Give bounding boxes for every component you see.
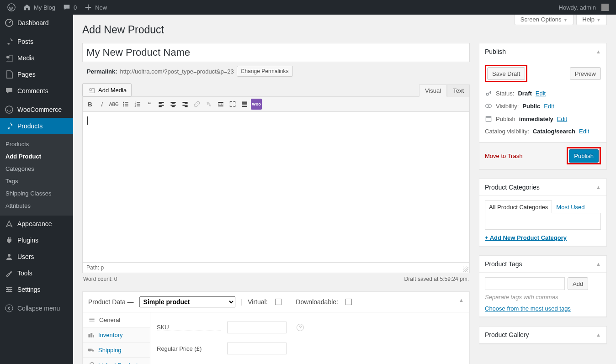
sidebar-item-users[interactable]: Users [0,248,73,265]
path-value: p [101,264,104,271]
sidebar-item-woocommerce[interactable]: WooCommerce [0,101,73,118]
editor-tab-text[interactable]: Text [447,84,470,97]
submenu-item-attributes[interactable]: Attributes [0,200,73,212]
italic-button[interactable]: I [96,99,107,110]
draft-saved-text: Draft saved at 5:59:24 pm. [404,276,469,282]
sidebar-item-media[interactable]: Media [0,50,73,66]
postbox-toggle[interactable]: ▲ [459,297,464,303]
postbox-toggle[interactable]: ▲ [596,185,601,190]
adminbar-site-name[interactable]: My Blog [19,0,59,15]
sidebar-item-comments[interactable]: Comments [0,83,73,99]
sidebar-collapse[interactable]: Collapse menu [0,300,73,317]
permalink-row: Permalink: http://uoltra.com/?post_type=… [82,62,470,80]
product-type-select[interactable]: Simple product [139,296,235,307]
permalink-url: http://uoltra.com/?post_type=product&p=2… [120,68,234,75]
visibility-edit-link[interactable]: Edit [544,103,554,110]
sidebar-item-tools[interactable]: Tools [0,265,73,281]
adminbar-comments[interactable]: 0 [59,0,80,15]
postbox-toggle[interactable]: ▲ [596,261,601,267]
submenu-item-add-product[interactable]: Add Product [0,150,73,163]
sidebar-label: Appearance [17,220,52,227]
main-content: Screen Options▼ Help▼ Add New Product Pe… [73,15,616,364]
help-icon[interactable]: ? [297,324,304,331]
screen-options-tab[interactable]: Screen Options▼ [515,15,574,25]
align-right-button[interactable] [180,99,191,110]
woo-shortcode-button[interactable]: Woo [251,99,262,110]
regular-price-input[interactable] [227,343,287,354]
product-tags-title: Product Tags [485,260,522,268]
sidebar-item-pages[interactable]: Pages [0,66,73,83]
sidebar-item-plugins[interactable]: Plugins [0,232,73,248]
change-permalinks-button[interactable]: Change Permalinks [237,66,293,77]
publish-button[interactable]: Publish [569,149,599,162]
submenu-item-products[interactable]: Products [0,138,73,150]
sidebar-label: Tools [17,269,32,277]
ol-button[interactable]: 123 [132,99,143,110]
pd-tab-inventory[interactable]: Inventory [83,327,150,343]
help-tab[interactable]: Help▼ [576,15,607,25]
editor-tab-visual[interactable]: Visual [419,84,447,97]
word-count: Word count: 0 [83,276,117,282]
catalog-visibility-edit-link[interactable]: Edit [579,128,589,135]
save-draft-highlight: Save Draft [485,65,527,82]
align-left-button[interactable] [156,99,167,110]
fullscreen-button[interactable] [227,99,238,110]
sidebar-item-posts[interactable]: Posts [0,33,73,50]
strike-button[interactable]: ABC [108,99,119,110]
product-gallery-title: Product Gallery [485,331,529,338]
editor-toolbar: B I ABC 123 “ Woo [82,96,470,112]
adminbar-new[interactable]: New [80,0,111,15]
pd-tab-general[interactable]: General [83,312,150,327]
pd-tab-shipping[interactable]: Shipping [83,343,150,358]
media-icon [87,86,96,94]
toolbar-toggle-button[interactable] [239,99,250,110]
sku-input[interactable] [227,322,287,333]
cat-checklist[interactable] [485,213,601,230]
publish-highlight: Publish [567,147,601,164]
ul-button[interactable] [120,99,131,110]
admin-bar: My Blog 0 New Howdy, admin [0,0,616,15]
preview-button[interactable]: Preview [570,67,601,80]
submenu-item-shipping-classes[interactable]: Shipping Classes [0,187,73,200]
adminbar-account[interactable]: Howdy, admin [555,0,612,15]
more-button[interactable] [215,99,226,110]
sidebar-item-settings[interactable]: Settings [0,281,73,298]
save-draft-button[interactable]: Save Draft [487,67,525,80]
align-center-button[interactable] [168,99,179,110]
sidebar-item-appearance[interactable]: Appearance [0,216,73,232]
tags-input[interactable] [485,277,565,290]
editor-content[interactable] [82,112,470,263]
sidebar-item-products[interactable]: Products [0,118,73,134]
cat-tab-all[interactable]: All Product Categories [485,200,552,213]
svg-point-4 [8,254,11,257]
postbox-toggle[interactable]: ▲ [596,332,601,338]
status-edit-link[interactable]: Edit [536,90,546,97]
downloadable-checkbox[interactable] [345,299,352,305]
sku-label: SKU [157,324,221,331]
submenu-item-tags[interactable]: Tags [0,175,73,187]
add-media-button[interactable]: Add Media [82,83,132,97]
resize-handle[interactable] [463,266,468,272]
cat-tab-most-used[interactable]: Most Used [552,200,589,213]
unlink-button[interactable] [203,99,214,110]
link-button[interactable] [191,99,202,110]
product-categories-title: Product Categories [485,184,540,191]
sidebar-item-dashboard[interactable]: Dashboard [0,15,73,31]
product-title-input[interactable] [82,43,470,62]
add-tag-button[interactable]: Add [568,277,588,290]
svg-rect-16 [125,104,128,105]
bold-button[interactable]: B [85,99,96,110]
svg-rect-28 [159,106,161,107]
virtual-checkbox[interactable] [275,299,281,305]
submenu-item-categories[interactable]: Categories [0,163,73,175]
postbox-toggle[interactable]: ▲ [596,49,601,54]
svg-rect-27 [159,105,164,106]
pd-tab-linked[interactable]: Linked Products [83,358,150,364]
add-new-category-link[interactable]: + Add New Product Category [485,234,567,241]
svg-point-8 [7,287,9,289]
move-to-trash-link[interactable]: Move to Trash [485,153,522,159]
publish-date-edit-link[interactable]: Edit [557,116,567,122]
choose-tags-link[interactable]: Choose from the most used tags [485,305,571,312]
quote-button[interactable]: “ [144,99,155,110]
adminbar-wp-logo[interactable] [4,0,19,15]
